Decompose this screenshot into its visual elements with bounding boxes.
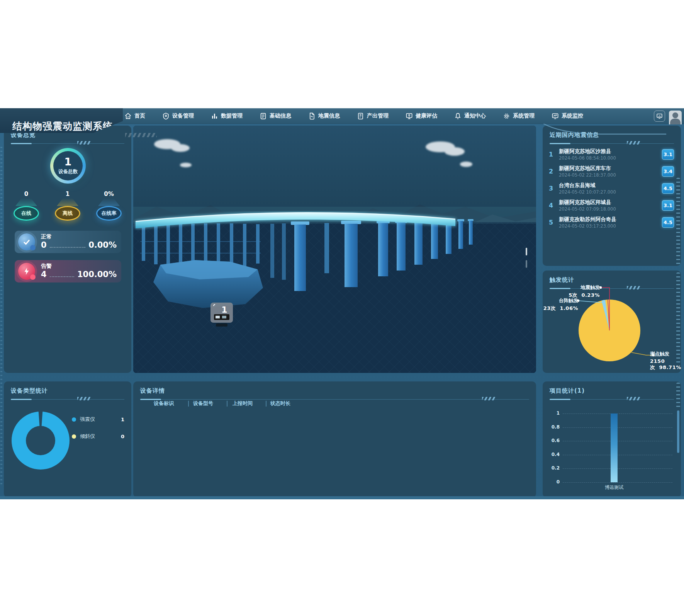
column-header-device-id: 设备标识 — [154, 400, 174, 407]
nav-item-notify-center[interactable]: 通知中心 — [446, 108, 494, 124]
magnitude-badge: 4.5 — [662, 217, 674, 228]
avatar-body — [670, 119, 681, 124]
gear-icon — [503, 112, 510, 120]
nav-item-system-monitor[interactable]: 系统监控 — [543, 108, 592, 124]
panel-title: 设备详情 — [140, 387, 529, 395]
dotted-leader — [50, 276, 74, 277]
earthquake-index: 4 — [549, 202, 559, 209]
earthquake-place: 新疆阿克苏地区沙雅县 — [559, 148, 662, 155]
legend-dot — [72, 417, 76, 422]
alarm-label: 告警 — [41, 263, 52, 270]
alarm-percent: 100.00% — [77, 271, 117, 279]
column-header-status-duration: 状态时长 — [270, 400, 290, 407]
normal-label: 正常 — [41, 233, 52, 240]
earthquake-index: 3 — [549, 185, 559, 192]
normal-count: 0 — [41, 241, 47, 249]
legend-item[interactable]: 倾斜仪 0 — [72, 431, 124, 442]
panel-title-underline — [550, 398, 674, 400]
dotted-leader — [50, 247, 86, 248]
device-total-value: 1 — [64, 157, 72, 167]
stat-online-label: 在线 — [14, 206, 39, 221]
lightning-icon — [18, 263, 35, 280]
nav-item-health-eval[interactable]: 健康评估 — [397, 108, 446, 124]
device-type-donut-chart[interactable] — [12, 412, 70, 470]
alarm-count: 4 — [41, 271, 47, 279]
device-type-legend: 强震仪 1 倾斜仪 0 — [72, 414, 124, 448]
nav-item-label: 健康评估 — [416, 112, 437, 119]
magnitude-badge: 3.1 — [662, 149, 674, 160]
panel-title-underline — [11, 398, 124, 400]
legend-label: 倾斜仪 — [80, 433, 121, 440]
dashboard: 首页 设备管理 数据管理 基础信息 地震信息 产出管理 — [0, 108, 684, 499]
stat-online-value: 0 — [12, 191, 41, 197]
panel-recent-earthquakes: 近期国内地震信息 1 新疆阿克苏地区沙雅县 2024-05-06 08:54:1… — [543, 126, 681, 266]
nav-item-data-mgmt[interactable]: 数据管理 — [202, 108, 251, 124]
device-details-columns: 设备标识 设备型号 上报时间 状态时长 — [133, 400, 536, 408]
panel-device-details: 设备详情 设备标识 设备型号 上报时间 状态时长 — [133, 381, 536, 497]
earthquake-time: 2024-05-02 07:09:18.000 — [559, 206, 662, 212]
title-stripes-decoration — [125, 133, 157, 137]
nav-item-label: 首页 — [134, 112, 145, 119]
earthquake-time: 2024-05-02 10:07:27.000 — [559, 189, 662, 195]
bridge-scene: 1 — [133, 126, 536, 373]
nav-item-label: 基础信息 — [270, 112, 291, 119]
navbar-right — [654, 108, 682, 124]
user-avatar[interactable] — [669, 111, 682, 124]
home-icon — [124, 112, 132, 120]
column-header-report-time: 上报时间 — [233, 400, 253, 407]
y-axis-tick: 0.4 — [546, 452, 560, 457]
check-circle-icon — [18, 233, 35, 250]
earthquake-row[interactable]: 5 新疆克孜勒苏州阿合奇县 2024-05-02 03:17:23.000 4.… — [543, 214, 681, 231]
normal-status-row: 正常 0 0.00% — [15, 231, 121, 253]
x-axis-category: 博远测试 — [593, 484, 635, 491]
nav-item-system-mgmt[interactable]: 系统管理 — [494, 108, 543, 124]
bridge-3d-view[interactable]: 1 — [133, 126, 536, 373]
scrollbar-project-thumb[interactable] — [677, 410, 679, 453]
magnitude-badge: 3.4 — [662, 166, 674, 177]
nav-item-label: 地震信息 — [318, 112, 340, 119]
panel-title-underline — [11, 143, 124, 144]
quake-doc-icon — [308, 112, 316, 120]
earthquake-time: 2024-05-06 08:54:10.000 — [559, 155, 662, 161]
earthquake-place: 新疆克孜勒苏州阿合奇县 — [559, 216, 662, 223]
nav-item-label: 系统监控 — [562, 112, 583, 119]
magnitude-badge: 3.1 — [662, 200, 674, 211]
nav-item-output-mgmt[interactable]: 产出管理 — [348, 108, 397, 124]
nav-item-quake-info[interactable]: 地震信息 — [300, 108, 348, 124]
panel-device-overview: 设备总览 1 设备总数 0 在线 1 离线 0% 在线率 — [4, 126, 131, 373]
screen-icon — [656, 113, 663, 119]
column-separator — [266, 401, 266, 407]
shield-icon — [162, 112, 170, 120]
stat-online-rate-value: 0% — [94, 191, 124, 197]
earthquake-row[interactable]: 3 台湾台东县海域 2024-05-02 10:07:27.000 4.5 — [543, 180, 681, 197]
nav-item-device-mgmt[interactable]: 设备管理 — [154, 108, 202, 124]
nav-item-basic-info[interactable]: 基础信息 — [251, 108, 300, 124]
nav-item-label: 通知中心 — [464, 112, 486, 119]
scrollbar-earthquakes[interactable] — [676, 178, 680, 266]
earthquake-row[interactable]: 4 新疆阿克苏地区拜城县 2024-05-02 07:09:18.000 3.1 — [543, 197, 681, 214]
avatar-head — [672, 112, 678, 118]
stat-online-rate-label: 在线率 — [96, 206, 122, 221]
legend-label: 强震仪 — [80, 416, 121, 423]
earthquake-row[interactable]: 2 新疆阿克苏地区库车市 2024-05-02 22:18:37.000 3.4 — [543, 163, 681, 180]
earthquake-row[interactable]: 1 新疆阿克苏地区沙雅县 2024-05-06 08:54:10.000 3.1 — [543, 146, 681, 163]
stat-online: 0 在线 — [12, 191, 41, 221]
nav-item-label: 系统管理 — [513, 112, 535, 119]
output-doc-icon — [357, 112, 364, 120]
legend-item[interactable]: 强震仪 1 — [72, 414, 124, 425]
alarm-status-row: 告警 4 100.00% — [15, 260, 121, 282]
light-cone — [98, 198, 120, 206]
navbar-swoosh-decoration — [543, 123, 670, 137]
scrollbar-project[interactable] — [676, 383, 680, 408]
scrollbar-trigger[interactable] — [676, 272, 680, 363]
earthquake-index: 2 — [549, 168, 559, 175]
magnitude-badge: 4.5 — [662, 183, 674, 194]
project-bar[interactable] — [611, 414, 618, 482]
column-separator — [227, 401, 227, 407]
column-separator — [188, 401, 189, 407]
light-cone — [15, 198, 37, 206]
earthquake-time: 2024-05-02 22:18:37.000 — [559, 172, 662, 178]
nav-item-label: 设备管理 — [172, 112, 194, 119]
earthquake-time: 2024-05-02 03:17:23.000 — [559, 223, 662, 229]
screen-monitor-button[interactable] — [654, 111, 665, 122]
